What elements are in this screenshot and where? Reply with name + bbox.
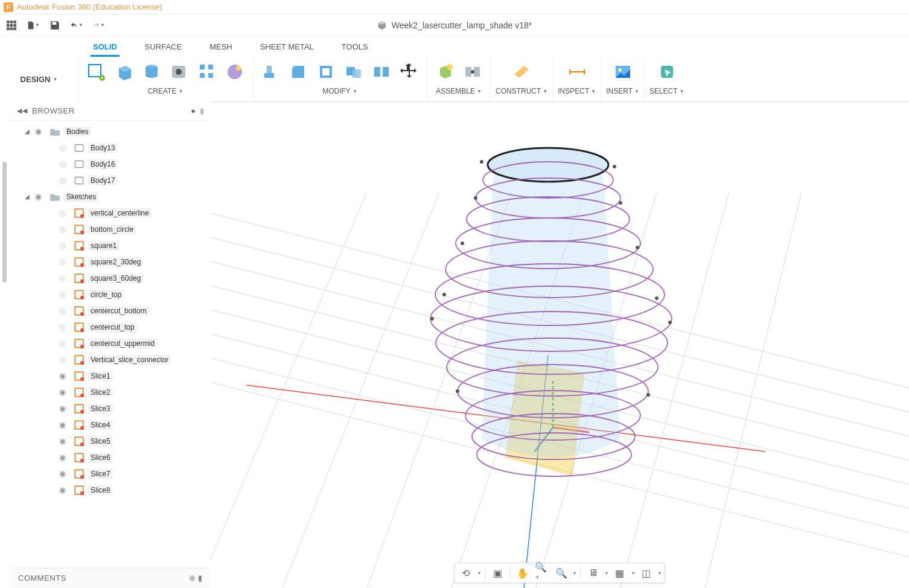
box-icon[interactable] — [111, 59, 136, 85]
zoom-icon[interactable]: 🔍⁺ — [535, 566, 549, 580]
visibility-icon[interactable]: ◉ — [59, 436, 70, 446]
plane-icon[interactable] — [509, 59, 534, 85]
shell-icon[interactable] — [313, 59, 339, 85]
group-label-construct[interactable]: CONSTRUCT▼ — [496, 87, 547, 95]
browser-pin-icon[interactable]: ▮ — [200, 106, 205, 115]
visibility-icon[interactable]: ◉ — [59, 371, 70, 380]
sketch-item[interactable]: ◎ centercut_top — [11, 319, 210, 335]
group-label-create[interactable]: CREATE▼ — [148, 87, 183, 95]
sketch-item[interactable]: ◎ centercut_bottom — [11, 302, 210, 319]
visibility-icon[interactable]: ◉ — [59, 420, 70, 429]
undo-icon[interactable]: ▼ — [70, 19, 83, 32]
sketch-item[interactable]: ◉ Slice3 — [11, 400, 210, 417]
sketch-item[interactable]: ◎ Vertical_slice_connector — [11, 351, 210, 368]
sketch-item[interactable]: ◉ Slice6 — [11, 449, 210, 465]
visibility-icon[interactable]: ◉ — [59, 388, 70, 397]
comments-header[interactable]: COMMENTS ⊕ ▮ — [11, 567, 210, 588]
visibility-icon[interactable]: ◎ — [59, 143, 70, 152]
visibility-icon[interactable]: ◎ — [59, 241, 70, 250]
group-label-assemble[interactable]: ASSEMBLE▼ — [436, 87, 482, 95]
visibility-icon[interactable]: ◎ — [59, 355, 70, 364]
form-icon[interactable] — [222, 59, 247, 85]
body-item[interactable]: ◎ Body16 — [11, 156, 210, 172]
sketch-item[interactable]: ◎ square3_60deg — [11, 270, 210, 286]
document-title[interactable]: Week2_lasercutter_lamp_shade v18* — [377, 21, 532, 30]
visibility-icon[interactable]: ◎ — [59, 322, 70, 331]
tab-tools[interactable]: TOOLS — [339, 42, 371, 51]
sketch-item[interactable]: ◉ Slice2 — [11, 384, 210, 400]
group-label-modify[interactable]: MODIFY▼ — [322, 87, 357, 95]
workspace-selector[interactable]: DESIGN▼ — [0, 57, 78, 101]
pattern-icon[interactable] — [194, 59, 220, 85]
measure-icon[interactable] — [564, 59, 590, 85]
pan-icon[interactable]: ✋ — [515, 566, 530, 580]
visibility-icon[interactable]: ◉ — [35, 192, 46, 201]
browser-header[interactable]: ◀◀ BROWSER ● ▮ — [11, 101, 210, 121]
move-icon[interactable] — [397, 59, 422, 85]
split-icon[interactable] — [369, 59, 394, 85]
combine-icon[interactable] — [341, 59, 366, 85]
fit-icon[interactable]: 🔍 — [554, 566, 569, 580]
joint-icon[interactable] — [460, 59, 485, 85]
hole-icon[interactable] — [167, 59, 192, 85]
visibility-icon[interactable]: ◎ — [59, 176, 70, 185]
sketch-icon[interactable] — [83, 59, 109, 85]
visibility-icon[interactable]: ◉ — [59, 485, 70, 494]
group-label-inspect[interactable]: INSPECT▼ — [558, 87, 596, 95]
fillet-icon[interactable] — [285, 59, 311, 85]
visibility-icon[interactable]: ◎ — [59, 257, 70, 266]
folder-bodies[interactable]: ◢ ◉ Bodies — [11, 123, 210, 139]
save-icon[interactable] — [48, 19, 62, 32]
sketch-item[interactable]: ◎ square2_30deg — [11, 254, 210, 270]
add-comment-icon[interactable]: ⊕ ▮ — [189, 574, 203, 583]
collapse-browser-icon[interactable]: ◀◀ — [17, 107, 27, 115]
tab-solid[interactable]: SOLID — [91, 42, 120, 57]
body-item[interactable]: ◎ Body13 — [11, 139, 210, 156]
visibility-icon[interactable]: ◎ — [59, 273, 70, 283]
sketch-item[interactable]: ◉ Slice8 — [11, 482, 210, 498]
folder-sketches[interactable]: ◢ ◉ Sketches — [11, 188, 210, 205]
visibility-icon[interactable]: ◎ — [59, 339, 70, 348]
viewport-layout-icon[interactable]: ◫ — [639, 566, 654, 580]
sketch-item[interactable]: ◉ Slice1 — [11, 368, 210, 384]
select-icon[interactable] — [654, 59, 680, 85]
look-at-icon[interactable]: ▣ — [491, 566, 505, 580]
svg-rect-6 — [7, 27, 10, 30]
new-component-icon[interactable] — [432, 59, 458, 85]
sketch-item[interactable]: ◎ circle_top — [11, 286, 210, 302]
visibility-icon[interactable]: ◉ — [59, 404, 70, 413]
orbit-icon[interactable]: ⟲ — [459, 566, 473, 580]
tab-mesh[interactable]: MESH — [207, 42, 235, 51]
sketch-item[interactable]: ◉ Slice7 — [11, 465, 210, 482]
sketch-item[interactable]: ◎ square1 — [11, 237, 210, 254]
redo-icon[interactable]: ▼ — [92, 19, 105, 32]
body-item[interactable]: ◎ Body17 — [11, 172, 210, 188]
visibility-icon[interactable]: ◎ — [59, 225, 70, 234]
cylinder-icon[interactable] — [139, 59, 164, 85]
sketch-item[interactable]: ◎ bottom_circle — [11, 221, 210, 237]
display-settings-icon[interactable]: 🖥 — [586, 566, 601, 580]
visibility-icon[interactable]: ◎ — [59, 208, 70, 217]
tab-sheet-metal[interactable]: SHEET METAL — [258, 42, 316, 51]
grid-menu-icon[interactable] — [5, 19, 18, 32]
sketch-item[interactable]: ◎ centercut_uppermid — [11, 335, 210, 351]
presspull-icon[interactable] — [258, 59, 283, 85]
viewport[interactable]: ⟲▾ ▣ ✋ 🔍⁺ 🔍▾ 🖥▾ ▦▾ ◫▾ — [210, 101, 909, 588]
group-label-select[interactable]: SELECT▼ — [649, 87, 684, 95]
tab-surface[interactable]: SURFACE — [142, 42, 184, 51]
browser-scrollbar[interactable] — [2, 162, 7, 283]
file-menu-icon[interactable]: ▼ — [27, 19, 40, 32]
sketch-item[interactable]: ◎ vertical_centerline — [11, 205, 210, 221]
visibility-icon[interactable]: ◎ — [59, 306, 70, 315]
browser-settings-icon[interactable]: ● — [191, 106, 196, 115]
group-label-insert[interactable]: INSERT▼ — [606, 87, 639, 95]
visibility-icon[interactable]: ◉ — [59, 469, 70, 478]
visibility-icon[interactable]: ◎ — [59, 290, 70, 299]
grid-settings-icon[interactable]: ▦ — [613, 566, 627, 580]
visibility-icon[interactable]: ◉ — [59, 453, 70, 462]
visibility-icon[interactable]: ◎ — [59, 159, 70, 168]
sketch-item[interactable]: ◉ Slice4 — [11, 417, 210, 433]
sketch-item[interactable]: ◉ Slice5 — [11, 433, 210, 449]
visibility-icon[interactable]: ◉ — [35, 127, 46, 136]
insert-image-icon[interactable] — [610, 59, 636, 85]
